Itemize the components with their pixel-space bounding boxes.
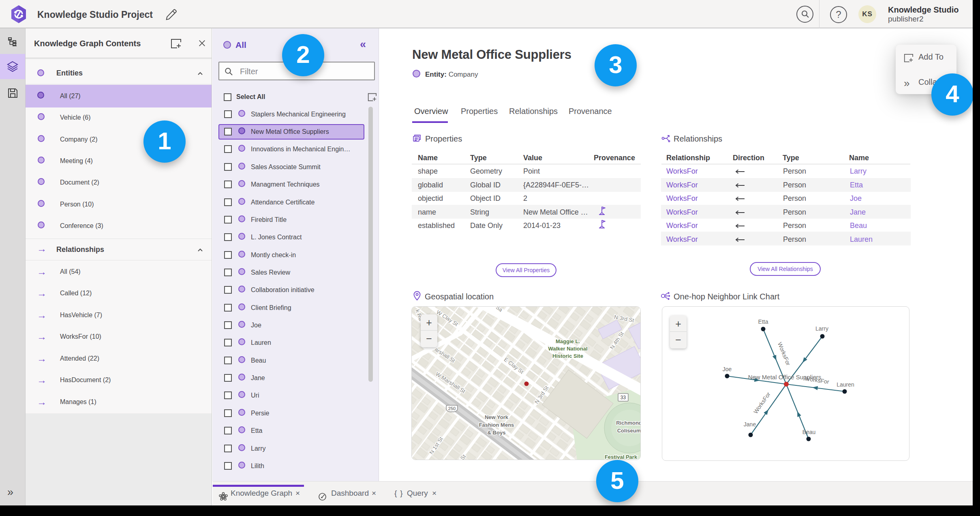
svg-text:WorksFor: WorksFor xyxy=(777,341,792,366)
svg-text:Festival Park: Festival Park xyxy=(605,454,638,460)
svg-text:Fashion Mens: Fashion Mens xyxy=(479,422,514,428)
svg-text:New York: New York xyxy=(485,414,509,420)
svg-text:Beau: Beau xyxy=(802,429,816,435)
svg-text:Maggie L.: Maggie L. xyxy=(556,338,580,344)
svg-text:Coliseum: Coliseum xyxy=(617,428,641,434)
svg-text:WorksFor: WorksFor xyxy=(752,391,772,415)
svg-text:Lauren: Lauren xyxy=(837,381,854,388)
svg-text:& Boys: & Boys xyxy=(488,430,506,436)
svg-text:WorksFor: WorksFor xyxy=(805,375,830,385)
svg-text:Richmond: Richmond xyxy=(616,420,641,426)
svg-text:Jane: Jane xyxy=(744,421,756,428)
svg-text:Etta: Etta xyxy=(758,318,768,325)
svg-text:33: 33 xyxy=(621,395,626,400)
svg-text:Larry: Larry xyxy=(815,325,828,332)
svg-text:250: 250 xyxy=(448,406,456,411)
svg-text:Joe: Joe xyxy=(723,366,732,372)
svg-text:Walker National: Walker National xyxy=(548,346,587,352)
svg-text:Historic Site: Historic Site xyxy=(552,353,583,359)
